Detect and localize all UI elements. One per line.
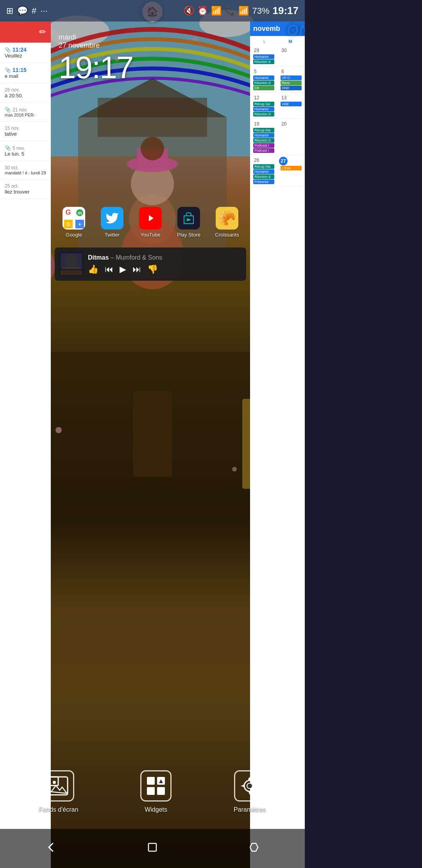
app-icon-google[interactable]: G m G + Google — [58, 207, 89, 238]
twitter-icon — [101, 207, 123, 230]
music-info: Ditmas – Mumford & Sons 👍 ⏮ ▶ ⏭ 👎 — [88, 254, 242, 274]
calendar-panel: novemb L M 29 Humanoi Réunion d 30 5 Hum… — [250, 22, 305, 868]
svg-marker-41 — [51, 786, 67, 793]
clock-date-day: mardi — [59, 33, 242, 41]
google-label: Google — [66, 232, 82, 238]
clock-area: mardi 27 novembre 19:17 — [51, 22, 250, 90]
google-g-top-left: G — [63, 207, 74, 218]
one-piece-logo: ONE — [274, 22, 305, 43]
battery-percent: 73% — [252, 6, 269, 16]
croissants-label: Croissants — [215, 232, 239, 238]
clock-time: 19:17 — [59, 50, 242, 86]
music-play-button[interactable]: ▶ — [120, 264, 126, 274]
music-next-button[interactable]: ⏭ — [132, 264, 141, 274]
cal-week-2: 5 Humanoi Réunion d C8 6 VP O Renc DND — [250, 66, 305, 93]
clock-date: 27 novembre — [59, 41, 242, 50]
widgets-icon — [140, 770, 172, 802]
nav-recent-button[interactable] — [244, 838, 264, 860]
status-bar: ⊞ 💬 # ··· 🔇 ⏰ 📶 📞 📶 73% 19:17 — [0, 0, 305, 22]
cal-week-5: 26 Récup Ma Humanoi Réunion d Présenta 2… — [250, 155, 305, 187]
music-separator: – — [111, 254, 116, 261]
wallpapers-label: Fonds d'écran — [39, 806, 78, 813]
cal-cell-13: 13 Vidé — [277, 93, 305, 118]
center-panel: mardi 27 novembre 19:17 G m G + — [51, 22, 250, 868]
music-title-area: Ditmas – Mumford & Sons — [88, 254, 242, 261]
svg-text:+: + — [78, 222, 81, 227]
mute-icon: 🔇 — [184, 6, 194, 16]
email-item-1[interactable]: 📎11:24 Veuillez — [0, 43, 51, 63]
more-dots-icon: ··· — [40, 6, 47, 16]
app-icon-playstore[interactable]: Play Store — [173, 207, 204, 238]
cal-cell-6: 6 VP O Renc DND — [277, 67, 305, 91]
svg-rect-38 — [63, 267, 80, 269]
email-panel: ✏ 📎11:24 Veuillez 📎11:15 e mail 26 nov. … — [0, 22, 51, 868]
svg-rect-51 — [148, 843, 156, 851]
google-logo-part: m — [74, 207, 85, 218]
twitter-label: Twitter — [105, 232, 120, 238]
cal-cell-30: 30 — [277, 46, 305, 65]
playstore-icon — [177, 207, 200, 230]
nav-bar — [0, 829, 305, 868]
screen-overlay: 🏠 ✏ 📎11:24 Veuillez 📎11:15 e mail 26 nov… — [0, 22, 305, 868]
notification-icon-1: ⊞ — [6, 6, 13, 16]
status-right-icons: 🔇 ⏰ 📶 📞 📶 73% 19:17 — [184, 5, 299, 17]
nav-home-button[interactable] — [143, 838, 162, 860]
settings-option[interactable]: Paramètres — [234, 770, 266, 813]
alarm-icon: ⏰ — [197, 6, 208, 16]
cal-week-1: 29 Humanoi Réunion d 30 — [250, 45, 305, 66]
svg-text:G: G — [66, 222, 70, 227]
widgets-option[interactable]: Widgets — [140, 770, 172, 813]
youtube-icon — [139, 207, 162, 230]
svg-text:m: m — [77, 210, 82, 216]
email-item-8[interactable]: 25 oct. llez trouver — [0, 179, 51, 199]
music-artist: Mumford & Sons — [116, 254, 162, 261]
email-item-3[interactable]: 26 nov. à 20:50, — [0, 83, 51, 103]
cal-cell-27: 27 L'Exa — [277, 156, 305, 185]
email-item-6[interactable]: 📎5 nov. Le lun. 5 — [0, 141, 51, 161]
croissants-icon: 🥐 — [216, 207, 238, 230]
email-item-2[interactable]: 📎11:15 e mail — [0, 63, 51, 83]
nav-back-button[interactable] — [41, 838, 61, 860]
wifi-icon: 📶 — [211, 6, 222, 16]
app-icon-twitter[interactable]: Twitter — [97, 207, 128, 238]
cal-week-4: 19 Récup Ma Humanoi Réunion d Podcast I … — [250, 119, 305, 155]
hashtag-icon: # — [32, 6, 36, 16]
music-prev-button[interactable]: ⏮ — [105, 264, 113, 274]
attachment-icon-4: 📎 — [5, 145, 11, 151]
cal-week-3: 12 Récup Ge Humanoi Réunion d 13 Vidé — [250, 93, 305, 119]
cal-cell-20: 20 — [277, 120, 305, 154]
app-icons-row: G m G + Google Twitter — [51, 199, 250, 242]
svg-rect-36 — [61, 270, 82, 275]
google-logo-bottom2: + — [74, 218, 85, 230]
status-left-icons: ⊞ 💬 # ··· — [6, 6, 48, 16]
app-icon-youtube[interactable]: YouTube — [135, 207, 166, 238]
google-icon: G m G + — [63, 207, 85, 230]
music-player: Ditmas – Mumford & Sons 👍 ⏮ ▶ ⏭ 👎 — [55, 247, 246, 281]
app-icon-croissants[interactable]: 🥐 Croissants — [211, 207, 243, 238]
email-item-7[interactable]: 30 oct. mandaté ! é : lundi 29 — [0, 161, 51, 179]
attachment-icon-2: 📎 — [5, 67, 11, 73]
cal-cell-26: 26 Récup Ma Humanoi Réunion d Présenta — [250, 156, 277, 185]
svg-point-50 — [247, 784, 252, 788]
playstore-label: Play Store — [177, 232, 200, 238]
wallpapers-option[interactable]: Fonds d'écran — [39, 770, 78, 813]
svg-rect-45 — [147, 787, 155, 795]
today-indicator: 27 — [279, 157, 288, 165]
attachment-icon: 📎 — [5, 47, 11, 53]
music-thumbsup-button[interactable]: 👍 — [88, 264, 98, 274]
edit-icon[interactable]: ✏ — [39, 27, 46, 37]
music-title: Ditmas — [88, 254, 109, 261]
settings-icon — [234, 770, 265, 802]
messenger-icon: 💬 — [17, 6, 28, 16]
youtube-label: YouTube — [140, 232, 160, 238]
cal-cell-29: 29 Humanoi Réunion d — [250, 46, 277, 65]
svg-point-42 — [53, 781, 56, 784]
music-thumbnail — [59, 251, 84, 277]
music-thumbsdown-button[interactable]: 👎 — [147, 264, 158, 274]
google-logo-bottom: G — [63, 218, 74, 230]
svg-rect-46 — [157, 787, 165, 795]
email-item-5[interactable]: 15 nov. tative — [0, 122, 51, 141]
email-header: ✏ — [0, 22, 51, 43]
cal-cell-19: 19 Récup Ma Humanoi Réunion d Podcast I … — [250, 120, 277, 154]
email-item-4[interactable]: 📎21 nov. mas 2018 PER- — [0, 103, 51, 122]
